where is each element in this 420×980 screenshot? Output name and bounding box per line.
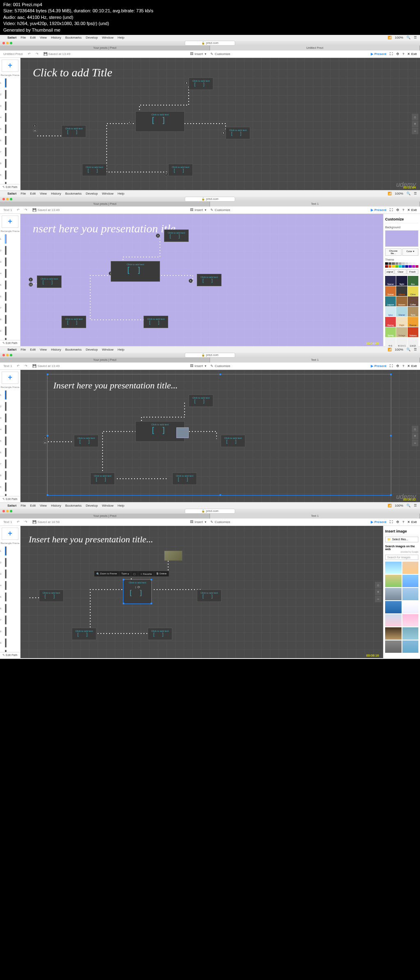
url-field[interactable]: 🔒 prezi.com xyxy=(185,41,235,46)
home-button[interactable]: ⌂ xyxy=(412,114,418,120)
color-swatch[interactable] xyxy=(385,262,388,265)
menu-history[interactable]: History xyxy=(51,36,61,39)
theme-tile[interactable]: Night xyxy=(396,276,407,286)
color-swatch[interactable] xyxy=(415,262,418,265)
choose-file-button[interactable]: Choose file... xyxy=(385,248,402,256)
thumb-3[interactable] xyxy=(5,101,7,110)
color-swatch[interactable] xyxy=(409,265,411,268)
theme-tile[interactable]: Racing xyxy=(385,317,396,327)
theme-tile[interactable]: Rescue xyxy=(408,317,418,327)
insert-button[interactable]: 🖼 Insert ▾ xyxy=(190,52,206,56)
insert-button[interactable]: 🖼 Insert ▾ xyxy=(190,208,206,212)
title-placeholder[interactable]: Click to add Title xyxy=(33,66,112,79)
thumb-4[interactable] xyxy=(5,113,7,122)
color-swatch[interactable] xyxy=(395,265,398,268)
add-frame-button[interactable]: + xyxy=(2,216,18,228)
theme-tile[interactable]: Igloo xyxy=(385,307,396,317)
color-swatch[interactable] xyxy=(402,265,405,268)
color-swatch[interactable] xyxy=(399,262,402,265)
image-result[interactable] xyxy=(402,640,419,653)
undo-button[interactable]: ↶ xyxy=(28,52,31,56)
frame-node[interactable]: Click to add text[ ] xyxy=(62,125,86,138)
color-swatch[interactable] xyxy=(392,262,395,265)
customize-button[interactable]: ✎ Customize xyxy=(210,208,231,212)
frame-node[interactable]: Click to add text[ ] xyxy=(189,78,213,90)
frame-node-main[interactable]: Click to add text[ ] xyxy=(135,111,185,132)
edit-path-button[interactable]: ✎ Edit Path xyxy=(0,340,20,346)
theme-tile[interactable]: Glacier xyxy=(396,307,407,317)
select-files-button[interactable]: 📁 Select files... xyxy=(385,537,418,542)
thumbs-list[interactable]: 1 2 3 4 5 6 7 8 9 10 xyxy=(0,77,20,184)
theme-tile[interactable]: Vintage xyxy=(396,327,407,337)
maximize-window-icon[interactable] xyxy=(10,42,12,44)
app-name[interactable]: Safari xyxy=(7,36,16,39)
type-button[interactable]: Type ▾ xyxy=(119,571,131,576)
canvas[interactable]: Click to add Title 1 11 2 3 5 7 Click to… xyxy=(21,58,420,190)
menu-develop[interactable]: Develop xyxy=(86,36,98,39)
theme-tile[interactable]: Terra xyxy=(408,307,418,317)
path-marker-5[interactable]: 5 xyxy=(221,131,226,135)
theme-tile[interactable]: Inferno xyxy=(396,286,407,296)
path-marker-2[interactable]: 2 xyxy=(127,120,131,124)
theme-tile[interactable]: 한국어 1 xyxy=(396,337,407,347)
theme-tile[interactable]: Citrus xyxy=(408,286,418,296)
canvas[interactable]: nsert here you presentation itle... 111 … xyxy=(21,214,383,346)
title-text[interactable]: Insert here you presentation title... xyxy=(53,380,178,391)
path-marker-11[interactable]: 11 xyxy=(33,129,37,133)
color-swatch[interactable] xyxy=(388,262,391,265)
image-result[interactable] xyxy=(385,588,402,600)
canvas[interactable]: Insert here you presentation title... 🔍 … xyxy=(21,526,383,658)
path-marker-1[interactable]: 1 xyxy=(33,124,37,128)
image-result[interactable] xyxy=(402,601,419,613)
tab-prezis[interactable]: Your prezis | Prezi xyxy=(0,46,210,50)
theme-tile[interactable]: 日本語 xyxy=(408,337,418,347)
share-button[interactable]: ⛶ xyxy=(390,52,393,56)
delete-button[interactable]: 🗑 Delete xyxy=(154,571,169,576)
menu-window[interactable]: Window xyxy=(102,36,113,39)
menu-icon[interactable]: ☰ xyxy=(414,36,417,39)
image-result[interactable] xyxy=(402,562,419,574)
image-result[interactable] xyxy=(402,575,419,587)
canvas[interactable]: Insert here you presentation title... 11… xyxy=(21,370,420,502)
frame-node[interactable]: Click to add text[ ] xyxy=(82,164,107,176)
color-swatch[interactable] xyxy=(415,265,418,268)
tab-untitled[interactable]: Untitled Prezi xyxy=(210,46,420,50)
image-result[interactable] xyxy=(385,627,402,640)
menu-bookmarks[interactable]: Bookmarks xyxy=(65,36,82,39)
theme-tile[interactable]: Spacer xyxy=(385,276,396,286)
theme-tile[interactable]: 中文 xyxy=(385,337,396,347)
image-result[interactable] xyxy=(385,640,402,653)
theme-tile[interactable]: Flight xyxy=(396,317,407,327)
zoom-to-frame-button[interactable]: 🔍 Zoom to Frame xyxy=(94,571,119,576)
thumb-2[interactable] xyxy=(5,90,7,99)
color-swatch[interactable] xyxy=(385,265,388,268)
settings-button[interactable]: ⚙ xyxy=(396,52,399,56)
color-swatch[interactable] xyxy=(405,262,408,265)
frame-node[interactable]: Click to add text[ ] xyxy=(168,164,193,176)
image-result[interactable] xyxy=(402,627,419,640)
thumb-7[interactable] xyxy=(5,147,7,156)
style-button[interactable]: ▢ xyxy=(131,571,138,576)
image-node[interactable] xyxy=(164,551,183,561)
color-button[interactable]: Color ▾ xyxy=(402,248,419,256)
color-swatch[interactable] xyxy=(392,265,395,268)
image-search-input[interactable]: Search for images xyxy=(385,555,418,560)
image-result[interactable] xyxy=(385,614,402,627)
zoom-in-button[interactable]: + xyxy=(412,121,418,127)
frame-node[interactable]: Click to add text[ ] xyxy=(226,127,250,139)
path-marker-7[interactable]: 7 xyxy=(164,172,168,176)
theme-tile[interactable]: Spring xyxy=(385,327,396,337)
minimize-window-icon[interactable] xyxy=(6,42,9,44)
close-window-icon[interactable] xyxy=(2,42,5,44)
theme-tile[interactable]: Lagoon xyxy=(385,296,396,306)
selected-frame[interactable]: Click to add text ↕ ⟳ [ ] xyxy=(123,579,152,604)
theme-tile[interactable]: Eco xyxy=(408,276,418,286)
theme-tile[interactable]: Autumn xyxy=(396,296,407,306)
thumb-9[interactable] xyxy=(5,170,7,179)
color-swatch[interactable] xyxy=(405,265,408,268)
thumb-1[interactable] xyxy=(5,78,7,87)
new-frame[interactable] xyxy=(176,427,189,438)
image-result[interactable] xyxy=(402,614,419,627)
color-swatch[interactable] xyxy=(399,265,402,268)
edit-path-button[interactable]: ✎ Edit Path xyxy=(0,184,20,190)
